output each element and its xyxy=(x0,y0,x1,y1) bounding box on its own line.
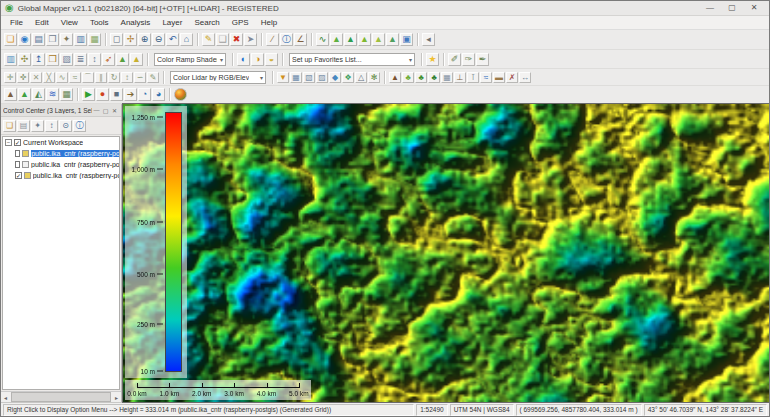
sketch-tool-1-icon[interactable]: ✐ xyxy=(448,53,461,66)
shader-combo[interactable]: Color Ramp Shader▾ xyxy=(154,53,226,66)
panel-close-button[interactable]: ✕ xyxy=(110,107,119,114)
terrain-paint-icon[interactable]: ▲ xyxy=(372,33,385,46)
layer-metadata-icon[interactable]: ⓘ xyxy=(73,120,86,132)
view-shed-icon[interactable]: ▲ xyxy=(330,33,343,46)
configuration-icon[interactable]: ✦ xyxy=(60,33,73,46)
daylight-globe-icon[interactable]: ◐ xyxy=(237,53,250,66)
moon-globe-icon[interactable]: ◒ xyxy=(265,53,278,66)
classify-low-vegetation-icon[interactable]: ♣ xyxy=(402,72,414,83)
trace-feature-icon[interactable]: ∿ xyxy=(56,72,68,83)
new-map-view-icon[interactable]: ❐ xyxy=(46,33,59,46)
map-canvas[interactable] xyxy=(123,104,769,402)
pan-hand-icon[interactable]: ✢ xyxy=(124,33,137,46)
resize-feature-icon[interactable]: ↕ xyxy=(121,72,133,83)
favorites-star-icon[interactable]: ★ xyxy=(426,53,439,66)
open-file-icon[interactable]: ❏ xyxy=(4,33,17,46)
scrollbar-thumb[interactable] xyxy=(11,392,111,402)
zoom-box-icon[interactable]: ◻ xyxy=(110,33,123,46)
digitizer-advanced-icon[interactable]: ✣ xyxy=(18,53,31,66)
raise-layer-icon[interactable]: ↥ xyxy=(32,53,45,66)
globe-tool-2-icon[interactable]: ◕ xyxy=(152,88,165,101)
map-catalog-icon[interactable]: ❒ xyxy=(46,53,59,66)
map-view[interactable]: 1,250 m1,000 m750 m500 m250 m10 m 0.0 km… xyxy=(123,104,769,402)
classify-medium-vegetation-icon[interactable]: ♣ xyxy=(415,72,427,83)
delete-vertex-icon[interactable]: ✕ xyxy=(30,72,42,83)
delete-selected-icon[interactable]: ✖ xyxy=(230,33,243,46)
tree-horizontal-scrollbar[interactable]: ◂ ▸ xyxy=(1,391,121,402)
classify-water-icon[interactable]: ≈ xyxy=(480,72,492,83)
lidar-extract-icon[interactable]: ◆ xyxy=(329,72,341,83)
rotate-feature-icon[interactable]: ↻ xyxy=(108,72,120,83)
parallel-copy-icon[interactable]: ∥ xyxy=(95,72,107,83)
minimize-button[interactable]: — xyxy=(699,2,721,14)
freehand-sketch-icon[interactable]: ✎ xyxy=(147,72,159,83)
menu-edit[interactable]: Edit xyxy=(30,17,54,29)
menu-search[interactable]: Search xyxy=(189,17,224,29)
3d-view-icon[interactable] xyxy=(174,88,187,101)
menu-analysis[interactable]: Analysis xyxy=(116,17,156,29)
root-checkbox[interactable]: ✓ xyxy=(14,139,21,146)
layer-checkbox[interactable]: ✓ xyxy=(15,172,22,179)
watershed-icon[interactable]: ▲ xyxy=(344,33,357,46)
classify-noise-icon[interactable]: ✗ xyxy=(506,72,518,83)
pin-view-icon[interactable]: ➶ xyxy=(102,53,115,66)
lidar-auto-classify-icon[interactable]: ✻ xyxy=(368,72,380,83)
layer-tree[interactable]: −✓Current Workspacepublic.ika_cntr (rasp… xyxy=(2,136,120,390)
record-animation-icon[interactable]: ● xyxy=(96,88,109,101)
open-data-icon[interactable]: ❏ xyxy=(3,120,16,132)
create-elevation-grid-icon[interactable]: ▲ xyxy=(4,88,17,101)
classify-pole-icon[interactable]: ⊥ xyxy=(454,72,466,83)
classify-high-vegetation-icon[interactable]: ♣ xyxy=(428,72,440,83)
lidar-select-icon[interactable]: ▨ xyxy=(316,72,328,83)
smooth-feature-icon[interactable]: ≈ xyxy=(69,72,81,83)
attribute-editor-icon[interactable]: ≣ xyxy=(74,53,87,66)
add-vertex-icon[interactable]: ✜ xyxy=(17,72,29,83)
play-animation-icon[interactable]: ▶ xyxy=(82,88,95,101)
menu-layer[interactable]: Layer xyxy=(157,17,187,29)
lidar-qc-icon[interactable]: ▧ xyxy=(303,72,315,83)
classify-building-icon[interactable]: ▦ xyxy=(441,72,453,83)
overlay-manager-icon[interactable]: ▦ xyxy=(88,33,101,46)
scroll-right-icon[interactable]: ▸ xyxy=(112,394,121,401)
dropdown-arrow-icon[interactable]: ▾ xyxy=(409,56,412,63)
sun-angle-globe-icon[interactable]: ◑ xyxy=(251,53,264,66)
zoom-in-icon[interactable]: ⊕ xyxy=(138,33,151,46)
classify-ground-icon[interactable]: ▲ xyxy=(389,72,401,83)
close-overlay-icon[interactable]: ▤ xyxy=(17,120,30,132)
lidar-colorize-icon[interactable]: ❖ xyxy=(342,72,354,83)
layer-row-3[interactable]: ✓public.ika_cntr (raspberry-postgis) (Ge… xyxy=(3,170,119,181)
layer-checkbox[interactable] xyxy=(15,150,20,157)
zoom-out-icon[interactable]: ⊖ xyxy=(152,33,165,46)
tree-root-row[interactable]: −✓Current Workspace xyxy=(3,137,119,148)
full-extent-icon[interactable]: ⌂ xyxy=(180,33,193,46)
collapse-icon[interactable]: − xyxy=(5,139,12,146)
curve-tool-icon[interactable]: ⌒ xyxy=(82,72,94,83)
control-center-titlebar[interactable]: Control Center (3 Layers, 1 Selected) — … xyxy=(1,104,121,117)
vertex-edit-icon[interactable]: ✛ xyxy=(4,72,16,83)
show-control-center-icon[interactable]: ▥ xyxy=(74,33,87,46)
maximize-button[interactable]: ▢ xyxy=(721,2,743,14)
layer-row-1[interactable]: public.ika_cntr (raspberry-postgis) (Gen… xyxy=(3,148,119,159)
classify-tower-icon[interactable]: ⊺ xyxy=(467,72,479,83)
lidar-grid-icon[interactable]: ▦ xyxy=(290,72,302,83)
coordinate-calculator-icon[interactable]: ∠ xyxy=(294,33,307,46)
point-spacing-icon[interactable]: ↔ xyxy=(519,72,531,83)
menu-file[interactable]: File xyxy=(5,17,28,29)
move-layer-icon[interactable]: ↕ xyxy=(45,120,58,132)
zoom-previous-icon[interactable]: ↶ xyxy=(166,33,179,46)
dropdown-arrow-icon[interactable]: ▾ xyxy=(220,56,223,63)
simplify-feature-icon[interactable]: ∽ xyxy=(134,72,146,83)
lidar-tin-icon[interactable]: △ xyxy=(355,72,367,83)
grid-tools-icon[interactable]: ▦ xyxy=(60,88,73,101)
lidar-filter-icon[interactable]: ▼ xyxy=(277,72,289,83)
terrain-layers-icon[interactable]: ▲ xyxy=(18,88,31,101)
menu-tools[interactable]: Tools xyxy=(85,17,114,29)
feature-info-icon[interactable]: ⓘ xyxy=(280,33,293,46)
close-button[interactable]: ✕ xyxy=(743,2,765,14)
menu-help[interactable]: Help xyxy=(256,17,282,29)
map-layout-editor-icon[interactable]: ▥ xyxy=(4,53,17,66)
select-tool-icon[interactable]: ➤ xyxy=(244,33,257,46)
digitizer-edit-icon[interactable]: ✎ xyxy=(202,33,215,46)
toolbar-overflow-icon[interactable]: ◂ xyxy=(422,33,435,46)
globe-tool-1-icon[interactable]: ◔ xyxy=(138,88,151,101)
